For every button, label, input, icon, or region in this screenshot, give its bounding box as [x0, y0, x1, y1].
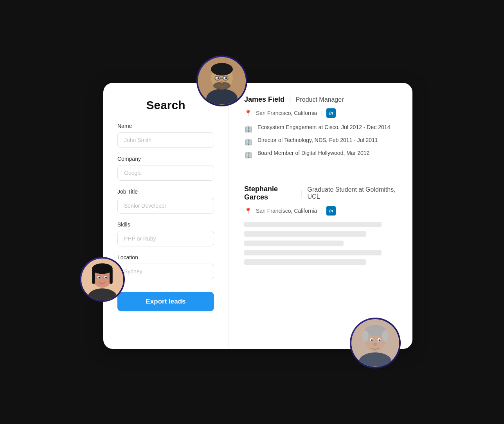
svg-point-34 [371, 340, 373, 341]
job-title-label: Job Title [117, 189, 214, 195]
building-icon-1c: 🏢 [244, 150, 253, 159]
svg-point-22 [105, 277, 107, 278]
svg-rect-17 [92, 268, 95, 284]
svg-point-8 [225, 77, 227, 79]
experience-item-1b: 🏢 Director of Technology, NDS, Feb 2011 … [244, 137, 397, 146]
result-title-2: Graduate Student at Goldmiths, UCL [308, 186, 397, 200]
search-title: Search [117, 99, 214, 112]
skeleton-bar-4 [244, 250, 382, 255]
linkedin-icon-2[interactable]: in [326, 206, 336, 216]
location-text-2: San Francisco, California [256, 208, 317, 214]
result-location-1: 📍 San Francisco, California | in [244, 108, 397, 118]
svg-point-12 [220, 81, 223, 83]
svg-rect-18 [110, 268, 113, 284]
company-field-group: Company [117, 156, 214, 181]
avatar-left [80, 257, 125, 302]
name-field-group: Name [117, 123, 214, 148]
search-panel: Search Name Company Job Title Skills Loc… [103, 83, 229, 349]
result-location-2: 📍 San Francisco, California | in [244, 206, 397, 216]
result-name-2: Stephanie Garces [244, 185, 296, 201]
experience-text-1b: Director of Technology, NDS, Feb 2011 - … [257, 137, 378, 143]
location-label: Location [117, 254, 214, 261]
location-input[interactable] [117, 264, 214, 279]
svg-point-16 [92, 263, 113, 274]
skills-field-group: Skills [117, 221, 214, 246]
svg-point-21 [99, 277, 100, 278]
result-item-james-field: James Field | Product Manager 📍 San Fran… [244, 95, 397, 174]
experience-item-1a: 🏢 Ecosystem Engagement at Cisco, Jul 201… [244, 124, 397, 133]
location-field-group: Location [117, 254, 214, 279]
location-pin-icon-2: 📍 [244, 207, 252, 215]
skills-label: Skills [117, 221, 214, 228]
building-icon-1b: 🏢 [244, 137, 253, 146]
company-label: Company [117, 156, 214, 162]
linkedin-icon-1[interactable]: in [326, 108, 336, 118]
result-title-1: Product Manager [296, 96, 344, 103]
svg-point-31 [382, 331, 388, 341]
experience-text-1a: Ecosystem Engagement at Cisco, Jul 2012 … [257, 124, 390, 130]
svg-point-30 [362, 331, 369, 341]
result-item-stephanie-garces: Stephanie Garces | Graduate Student at G… [244, 185, 397, 280]
location-text-1: San Francisco, California [256, 110, 317, 116]
results-panel: James Field | Product Manager 📍 San Fran… [229, 83, 412, 349]
skeleton-bar-5 [244, 259, 366, 265]
svg-point-35 [379, 340, 381, 341]
name-label: Name [117, 123, 214, 129]
location-pin-icon-1: 📍 [244, 110, 252, 117]
skills-input[interactable] [117, 231, 214, 246]
experience-item-1c: 🏢 Board Member of Digital Hollywood, Mar… [244, 150, 397, 159]
svg-point-36 [373, 343, 377, 346]
job-title-input[interactable] [117, 198, 214, 214]
avatar-top [196, 56, 247, 106]
scene: Search Name Company Job Title Skills Loc… [92, 59, 412, 365]
job-title-field-group: Job Title [117, 189, 214, 214]
result-header-2: Stephanie Garces | Graduate Student at G… [244, 185, 397, 201]
building-icon-1a: 🏢 [244, 124, 253, 133]
result-name-1: James Field [244, 95, 284, 104]
experience-text-1c: Board Member of Digital Hollywood, Mar 2… [257, 150, 369, 156]
skeleton-bar-2 [244, 231, 366, 237]
main-card: Search Name Company Job Title Skills Loc… [103, 83, 412, 349]
svg-point-3 [211, 63, 233, 75]
company-input[interactable] [117, 165, 214, 181]
name-input[interactable] [117, 132, 214, 148]
svg-point-7 [218, 77, 220, 79]
result-header-1: James Field | Product Manager [244, 95, 397, 104]
avatar-bottom-right [350, 318, 401, 368]
export-leads-button[interactable]: Export leads [117, 292, 214, 311]
skeleton-bar-3 [244, 241, 344, 246]
skeleton-bar-1 [244, 222, 382, 227]
